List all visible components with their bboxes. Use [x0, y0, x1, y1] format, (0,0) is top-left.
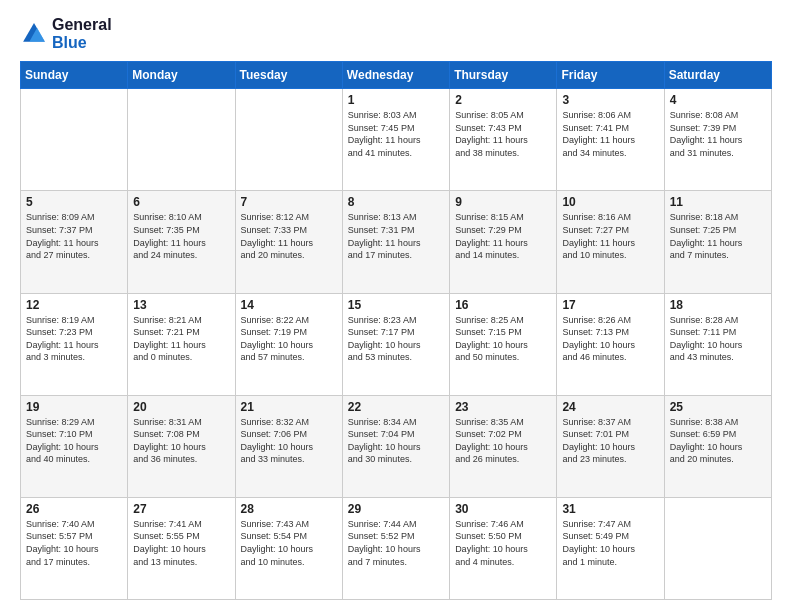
- day-info: Sunrise: 8:32 AM Sunset: 7:06 PM Dayligh…: [241, 416, 337, 466]
- day-info: Sunrise: 8:22 AM Sunset: 7:19 PM Dayligh…: [241, 314, 337, 364]
- calendar-cell: 4Sunrise: 8:08 AM Sunset: 7:39 PM Daylig…: [664, 89, 771, 191]
- day-info: Sunrise: 8:38 AM Sunset: 6:59 PM Dayligh…: [670, 416, 766, 466]
- calendar-cell: [664, 497, 771, 599]
- calendar-cell: 26Sunrise: 7:40 AM Sunset: 5:57 PM Dayli…: [21, 497, 128, 599]
- day-number: 16: [455, 298, 551, 312]
- day-info: Sunrise: 8:25 AM Sunset: 7:15 PM Dayligh…: [455, 314, 551, 364]
- day-info: Sunrise: 7:46 AM Sunset: 5:50 PM Dayligh…: [455, 518, 551, 568]
- day-info: Sunrise: 8:03 AM Sunset: 7:45 PM Dayligh…: [348, 109, 444, 159]
- day-number: 4: [670, 93, 766, 107]
- calendar-cell: 22Sunrise: 8:34 AM Sunset: 7:04 PM Dayli…: [342, 395, 449, 497]
- day-number: 21: [241, 400, 337, 414]
- day-info: Sunrise: 8:34 AM Sunset: 7:04 PM Dayligh…: [348, 416, 444, 466]
- day-info: Sunrise: 8:15 AM Sunset: 7:29 PM Dayligh…: [455, 211, 551, 261]
- calendar-cell: 6Sunrise: 8:10 AM Sunset: 7:35 PM Daylig…: [128, 191, 235, 293]
- day-info: Sunrise: 8:05 AM Sunset: 7:43 PM Dayligh…: [455, 109, 551, 159]
- page: General Blue SundayMondayTuesdayWednesda…: [0, 0, 792, 612]
- day-info: Sunrise: 8:16 AM Sunset: 7:27 PM Dayligh…: [562, 211, 658, 261]
- day-info: Sunrise: 8:12 AM Sunset: 7:33 PM Dayligh…: [241, 211, 337, 261]
- calendar-cell: 10Sunrise: 8:16 AM Sunset: 7:27 PM Dayli…: [557, 191, 664, 293]
- day-number: 17: [562, 298, 658, 312]
- calendar-week-row: 12Sunrise: 8:19 AM Sunset: 7:23 PM Dayli…: [21, 293, 772, 395]
- day-info: Sunrise: 8:29 AM Sunset: 7:10 PM Dayligh…: [26, 416, 122, 466]
- header: General Blue: [20, 16, 772, 51]
- day-info: Sunrise: 8:35 AM Sunset: 7:02 PM Dayligh…: [455, 416, 551, 466]
- weekday-header: Monday: [128, 62, 235, 89]
- calendar-cell: 25Sunrise: 8:38 AM Sunset: 6:59 PM Dayli…: [664, 395, 771, 497]
- calendar-cell: 27Sunrise: 7:41 AM Sunset: 5:55 PM Dayli…: [128, 497, 235, 599]
- day-number: 12: [26, 298, 122, 312]
- day-info: Sunrise: 7:43 AM Sunset: 5:54 PM Dayligh…: [241, 518, 337, 568]
- day-number: 19: [26, 400, 122, 414]
- weekday-header: Friday: [557, 62, 664, 89]
- calendar-cell: [128, 89, 235, 191]
- calendar-cell: [21, 89, 128, 191]
- day-number: 27: [133, 502, 229, 516]
- day-number: 26: [26, 502, 122, 516]
- calendar-cell: 2Sunrise: 8:05 AM Sunset: 7:43 PM Daylig…: [450, 89, 557, 191]
- day-info: Sunrise: 7:40 AM Sunset: 5:57 PM Dayligh…: [26, 518, 122, 568]
- day-info: Sunrise: 8:26 AM Sunset: 7:13 PM Dayligh…: [562, 314, 658, 364]
- day-info: Sunrise: 8:10 AM Sunset: 7:35 PM Dayligh…: [133, 211, 229, 261]
- day-number: 3: [562, 93, 658, 107]
- calendar-cell: 19Sunrise: 8:29 AM Sunset: 7:10 PM Dayli…: [21, 395, 128, 497]
- day-number: 10: [562, 195, 658, 209]
- day-info: Sunrise: 8:37 AM Sunset: 7:01 PM Dayligh…: [562, 416, 658, 466]
- day-number: 28: [241, 502, 337, 516]
- day-info: Sunrise: 8:08 AM Sunset: 7:39 PM Dayligh…: [670, 109, 766, 159]
- day-info: Sunrise: 8:28 AM Sunset: 7:11 PM Dayligh…: [670, 314, 766, 364]
- day-number: 9: [455, 195, 551, 209]
- day-number: 6: [133, 195, 229, 209]
- day-info: Sunrise: 8:09 AM Sunset: 7:37 PM Dayligh…: [26, 211, 122, 261]
- day-number: 25: [670, 400, 766, 414]
- day-info: Sunrise: 7:44 AM Sunset: 5:52 PM Dayligh…: [348, 518, 444, 568]
- calendar-cell: 21Sunrise: 8:32 AM Sunset: 7:06 PM Dayli…: [235, 395, 342, 497]
- day-number: 20: [133, 400, 229, 414]
- day-number: 5: [26, 195, 122, 209]
- calendar-cell: 24Sunrise: 8:37 AM Sunset: 7:01 PM Dayli…: [557, 395, 664, 497]
- calendar-cell: 31Sunrise: 7:47 AM Sunset: 5:49 PM Dayli…: [557, 497, 664, 599]
- calendar-cell: 29Sunrise: 7:44 AM Sunset: 5:52 PM Dayli…: [342, 497, 449, 599]
- calendar-cell: 18Sunrise: 8:28 AM Sunset: 7:11 PM Dayli…: [664, 293, 771, 395]
- day-number: 24: [562, 400, 658, 414]
- day-number: 22: [348, 400, 444, 414]
- calendar-week-row: 5Sunrise: 8:09 AM Sunset: 7:37 PM Daylig…: [21, 191, 772, 293]
- day-number: 1: [348, 93, 444, 107]
- logo-icon: [20, 20, 48, 48]
- calendar-cell: 30Sunrise: 7:46 AM Sunset: 5:50 PM Dayli…: [450, 497, 557, 599]
- day-number: 11: [670, 195, 766, 209]
- day-number: 13: [133, 298, 229, 312]
- day-info: Sunrise: 8:06 AM Sunset: 7:41 PM Dayligh…: [562, 109, 658, 159]
- logo-text: General Blue: [52, 16, 112, 51]
- weekday-header: Tuesday: [235, 62, 342, 89]
- weekday-header: Sunday: [21, 62, 128, 89]
- day-info: Sunrise: 8:19 AM Sunset: 7:23 PM Dayligh…: [26, 314, 122, 364]
- day-number: 31: [562, 502, 658, 516]
- day-number: 14: [241, 298, 337, 312]
- calendar-cell: 17Sunrise: 8:26 AM Sunset: 7:13 PM Dayli…: [557, 293, 664, 395]
- day-number: 8: [348, 195, 444, 209]
- logo: General Blue: [20, 16, 112, 51]
- day-number: 7: [241, 195, 337, 209]
- weekday-header: Wednesday: [342, 62, 449, 89]
- calendar-cell: 14Sunrise: 8:22 AM Sunset: 7:19 PM Dayli…: [235, 293, 342, 395]
- calendar-cell: 5Sunrise: 8:09 AM Sunset: 7:37 PM Daylig…: [21, 191, 128, 293]
- day-info: Sunrise: 7:47 AM Sunset: 5:49 PM Dayligh…: [562, 518, 658, 568]
- day-info: Sunrise: 7:41 AM Sunset: 5:55 PM Dayligh…: [133, 518, 229, 568]
- day-info: Sunrise: 8:13 AM Sunset: 7:31 PM Dayligh…: [348, 211, 444, 261]
- calendar-cell: 1Sunrise: 8:03 AM Sunset: 7:45 PM Daylig…: [342, 89, 449, 191]
- calendar-cell: 16Sunrise: 8:25 AM Sunset: 7:15 PM Dayli…: [450, 293, 557, 395]
- calendar-cell: 13Sunrise: 8:21 AM Sunset: 7:21 PM Dayli…: [128, 293, 235, 395]
- weekday-header: Thursday: [450, 62, 557, 89]
- day-info: Sunrise: 8:31 AM Sunset: 7:08 PM Dayligh…: [133, 416, 229, 466]
- calendar-cell: 11Sunrise: 8:18 AM Sunset: 7:25 PM Dayli…: [664, 191, 771, 293]
- day-info: Sunrise: 8:18 AM Sunset: 7:25 PM Dayligh…: [670, 211, 766, 261]
- calendar-week-row: 1Sunrise: 8:03 AM Sunset: 7:45 PM Daylig…: [21, 89, 772, 191]
- calendar-cell: 12Sunrise: 8:19 AM Sunset: 7:23 PM Dayli…: [21, 293, 128, 395]
- calendar-cell: 28Sunrise: 7:43 AM Sunset: 5:54 PM Dayli…: [235, 497, 342, 599]
- calendar-cell: 3Sunrise: 8:06 AM Sunset: 7:41 PM Daylig…: [557, 89, 664, 191]
- calendar-cell: 8Sunrise: 8:13 AM Sunset: 7:31 PM Daylig…: [342, 191, 449, 293]
- calendar-cell: 20Sunrise: 8:31 AM Sunset: 7:08 PM Dayli…: [128, 395, 235, 497]
- calendar-cell: 9Sunrise: 8:15 AM Sunset: 7:29 PM Daylig…: [450, 191, 557, 293]
- calendar-table: SundayMondayTuesdayWednesdayThursdayFrid…: [20, 61, 772, 600]
